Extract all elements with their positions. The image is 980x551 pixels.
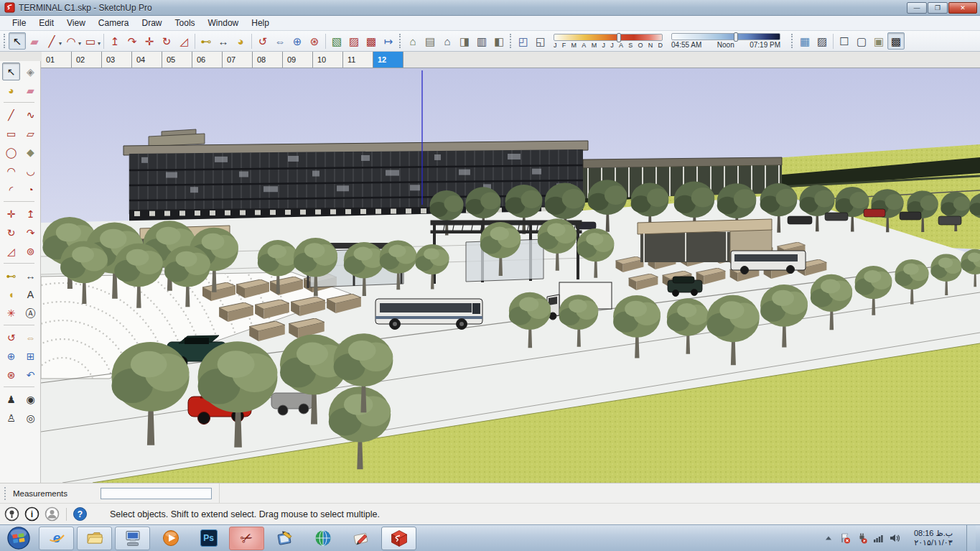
rotate-tool-icon[interactable]: ↻ (2, 223, 20, 241)
menu-window[interactable]: Window (202, 17, 246, 29)
signin-status-icon[interactable] (45, 506, 60, 522)
view-top-icon[interactable]: ▤ (421, 32, 439, 50)
three-point-arc-tool-icon[interactable]: ◜ (2, 180, 20, 198)
line-tool-dropdown[interactable]: ▾ (59, 40, 62, 47)
scene-tab-06[interactable]: 06 (192, 52, 223, 68)
taskbar-remote-desktop[interactable] (115, 527, 150, 550)
taskbar-windows-media-player[interactable] (153, 527, 188, 550)
model-viewport[interactable] (41, 68, 980, 483)
tape-measure-tool-icon[interactable]: ⊷ (197, 32, 215, 50)
move-tool-icon[interactable]: ✛ (2, 205, 20, 223)
taskbar-style-builder[interactable] (343, 527, 378, 550)
close-button[interactable]: ✕ (948, 2, 977, 14)
circle-tool-icon[interactable]: ◯ (2, 143, 20, 161)
line-tool-icon[interactable]: ╱ (2, 106, 20, 124)
back-edges-style-icon[interactable]: ▨ (813, 32, 831, 50)
model-info-status-icon[interactable]: i (24, 506, 39, 522)
view-front-icon[interactable]: ⌂ (439, 32, 456, 50)
toolbar-grip[interactable] (510, 34, 513, 48)
toolbar-grip[interactable] (791, 34, 794, 48)
scene-tab-02[interactable]: 02 (72, 52, 102, 68)
paint-bucket-tool-icon[interactable]: ◕ (232, 32, 249, 50)
shadow-time-slider[interactable]: 04:55 AM Noon 07:19 PM (671, 33, 780, 49)
move-tool-icon[interactable]: ✛ (141, 32, 158, 50)
offset-tool-icon[interactable]: ⊚ (22, 242, 39, 260)
shaded-style-icon[interactable]: ▣ (870, 32, 887, 50)
toolbar-grip[interactable] (4, 34, 6, 48)
network-signal-icon[interactable] (872, 532, 884, 544)
scene-tab-01[interactable]: 01 (42, 52, 72, 68)
navigation-tool-icon[interactable]: ◎ (22, 409, 39, 427)
toggle-terrain-icon[interactable]: ▨ (345, 32, 363, 50)
zoom-window-tool-icon[interactable]: ⊞ (22, 347, 39, 365)
3d-text-tool-icon[interactable]: Ⓐ (22, 304, 39, 322)
toolbar-grip[interactable] (399, 34, 402, 48)
eraser-tool-icon[interactable]: ▰ (26, 32, 43, 50)
send-to-layout-icon[interactable]: ↦ (380, 32, 397, 50)
taskbar-web-freer[interactable] (305, 527, 340, 550)
push-pull-tool-icon[interactable]: ↥ (106, 32, 123, 50)
orbit-tool-icon[interactable]: ↺ (254, 32, 271, 50)
follow-me-tool-icon[interactable]: ↷ (123, 32, 141, 50)
position-camera-tool-icon[interactable]: ♟ (2, 390, 20, 408)
orbit-tool-icon[interactable]: ↺ (2, 328, 20, 346)
measurements-input[interactable] (101, 488, 212, 499)
protractor-tool-icon[interactable]: ◖ (2, 285, 20, 303)
start-button[interactable] (0, 525, 37, 551)
geolocation-status-icon[interactable] (4, 506, 19, 522)
push-pull-tool-icon[interactable]: ↥ (22, 205, 39, 223)
paint-bucket-tool-icon[interactable]: ◕ (2, 81, 20, 99)
walk-tool-icon[interactable]: ♙ (2, 409, 20, 427)
shaded-textures-style-icon[interactable]: ▩ (887, 32, 905, 50)
pan-tool-icon[interactable]: ⇔ (22, 328, 39, 346)
scene-tab-09[interactable]: 09 (283, 52, 313, 68)
menu-tools[interactable]: Tools (169, 17, 202, 29)
eraser-tool-icon[interactable]: ▰ (22, 81, 39, 99)
menu-view[interactable]: View (60, 17, 92, 29)
time-slider-thumb[interactable] (734, 32, 738, 42)
photo-textures-icon[interactable]: ▩ (363, 32, 380, 50)
taskbar-internet-explorer[interactable]: e (39, 527, 74, 550)
polygon-tool-icon[interactable]: ◆ (22, 143, 39, 161)
scene-tab-07[interactable]: 07 (223, 52, 253, 68)
freehand-tool-icon[interactable]: ∿ (22, 106, 39, 124)
dimension-tool-icon[interactable]: ↔ (215, 32, 232, 50)
maximize-button[interactable]: ❐ (928, 2, 948, 14)
taskbar-windows-explorer[interactable] (77, 527, 112, 550)
arc-tool-icon[interactable]: ◠ (62, 32, 80, 50)
rectangle-tool-dropdown[interactable]: ▾ (98, 40, 101, 47)
previous-view-tool-icon[interactable]: ↶ (22, 366, 39, 384)
taskbar-sketchup[interactable] (381, 527, 416, 550)
scene-tab-03[interactable]: 03 (102, 52, 132, 68)
zoom-tool-icon[interactable]: ⊕ (2, 347, 20, 365)
arc-tool-icon[interactable]: ◠ (2, 162, 20, 180)
action-center-flag-icon[interactable] (839, 532, 851, 544)
zoom-extents-tool-icon[interactable]: ⊛ (2, 366, 20, 384)
rotate-tool-icon[interactable]: ↻ (158, 32, 175, 50)
dimension-tool-icon[interactable]: ↔ (22, 267, 39, 284)
taskbar-clock[interactable]: 08:16 ب.ظ ۲۰۱۵/۱۱/۰۳ (905, 529, 961, 547)
menu-draw[interactable]: Draw (136, 17, 169, 29)
two-point-arc-tool-icon[interactable]: ◡ (22, 162, 39, 180)
hidden-line-style-icon[interactable]: ▢ (853, 32, 870, 50)
axes-tool-icon[interactable]: ✳ (2, 304, 20, 322)
view-back-icon[interactable]: ▥ (473, 32, 490, 50)
measurements-grip[interactable] (4, 487, 7, 500)
taskbar-layout-notes[interactable] (267, 527, 302, 550)
minimize-button[interactable]: — (907, 2, 927, 14)
arc-tool-dropdown[interactable]: ▾ (78, 40, 81, 47)
pie-tool-icon[interactable]: ◔ (22, 180, 39, 198)
menu-camera[interactable]: Camera (92, 17, 136, 29)
wireframe-style-icon[interactable]: ☐ (836, 32, 853, 50)
scene-tab-12[interactable]: 12 (373, 52, 403, 68)
line-tool-icon[interactable]: ╱ (43, 32, 60, 50)
shadow-settings-icon[interactable]: ◰ (515, 32, 532, 50)
show-desktop-button[interactable] (966, 525, 976, 551)
hidden-icons-arrow-icon[interactable] (823, 532, 834, 544)
shadow-date-slider[interactable]: JFMAMJJASOND (554, 34, 663, 49)
date-slider-thumb[interactable] (617, 33, 621, 42)
taskbar-snipping-tool[interactable]: ✂ (229, 527, 264, 550)
menu-file[interactable]: File (6, 17, 32, 29)
look-around-tool-icon[interactable]: ◉ (22, 390, 39, 408)
taskbar-photoshop[interactable]: Ps (191, 527, 226, 550)
